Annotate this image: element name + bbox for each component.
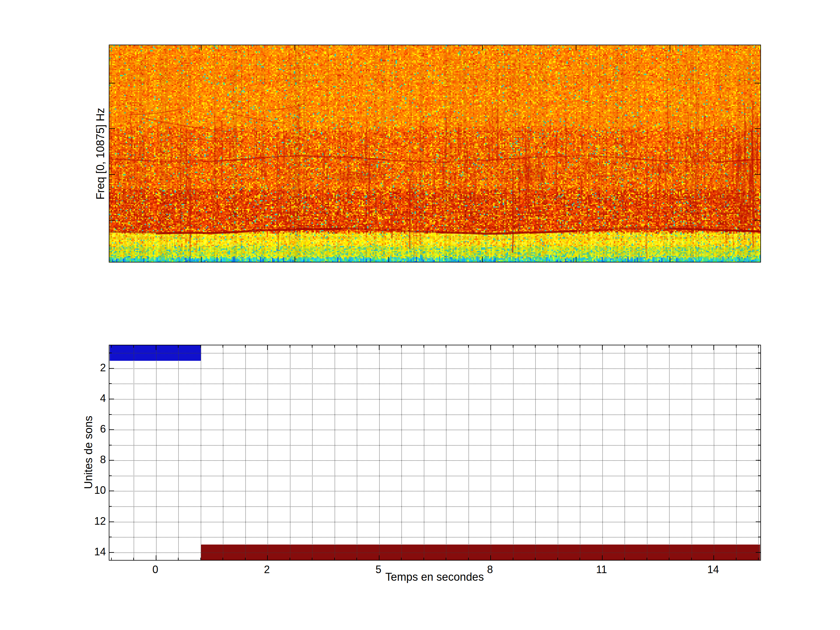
- spec-y-tick-mark: [109, 128, 115, 129]
- grid-line-vertical: [714, 345, 714, 560]
- grid-line-vertical: [267, 345, 268, 560]
- y-tick-label: 14: [80, 546, 106, 558]
- grid-line-vertical: [424, 345, 425, 560]
- grid-line-vertical: [692, 345, 692, 560]
- x-tick-label: 2: [264, 564, 270, 576]
- grid-line-horizontal: [109, 506, 760, 507]
- grid-line-vertical: [669, 345, 669, 560]
- x-tick-mark: [133, 558, 134, 560]
- x-tick-mark: [357, 345, 357, 348]
- y-tick-mark: [758, 383, 760, 384]
- grid-line-vertical: [468, 345, 469, 560]
- x-tick-label: 8: [487, 564, 493, 576]
- x-axis-label: Temps en secondes: [385, 571, 484, 583]
- spec-x-tick-mark: [295, 45, 295, 51]
- x-tick-mark: [647, 345, 647, 348]
- grid-line-horizontal: [109, 399, 760, 399]
- x-tick-mark: [758, 558, 759, 560]
- x-tick-mark: [312, 345, 313, 348]
- spectrogram-canvas: [109, 45, 760, 262]
- y-tick-mark: [109, 460, 114, 461]
- y-tick-mark: [109, 368, 114, 369]
- x-tick-mark: [245, 345, 246, 348]
- x-tick-mark: [513, 345, 513, 348]
- x-tick-mark: [691, 345, 692, 348]
- y-tick-mark: [109, 383, 112, 384]
- x-tick-mark: [223, 345, 223, 348]
- y-tick-mark: [109, 552, 114, 553]
- y-tick-label: 12: [80, 515, 106, 527]
- x-tick-mark: [758, 345, 759, 348]
- grid-line-vertical: [201, 345, 201, 560]
- spec-x-tick-mark: [576, 45, 576, 51]
- activity-plot: [109, 345, 761, 561]
- grid-line-vertical: [379, 345, 380, 560]
- grid-line-vertical: [223, 345, 223, 560]
- x-tick-mark: [602, 555, 603, 560]
- y-tick-mark: [756, 368, 760, 369]
- spectrogram-plot: [109, 45, 761, 262]
- x-tick-mark: [669, 558, 669, 560]
- spec-y-tick-mark: [109, 220, 115, 221]
- grid-line-horizontal: [109, 429, 760, 430]
- grid-line-horizontal: [109, 460, 760, 461]
- grid-line-vertical: [535, 345, 536, 560]
- y-tick-mark: [758, 506, 760, 507]
- x-tick-mark: [579, 345, 580, 348]
- y-tick-mark: [109, 399, 114, 399]
- x-tick-mark: [736, 345, 736, 348]
- y-tick-mark: [756, 460, 760, 461]
- grid-line-vertical: [736, 345, 737, 560]
- x-tick-mark: [178, 345, 178, 348]
- spec-x-tick-mark: [669, 257, 670, 262]
- x-tick-mark: [156, 555, 156, 560]
- x-tick-mark: [579, 558, 580, 560]
- y-tick-mark: [756, 491, 760, 491]
- x-tick-mark: [111, 558, 112, 560]
- x-tick-mark: [714, 345, 714, 350]
- y-tick-mark: [109, 445, 112, 445]
- grid-line-vertical: [134, 345, 134, 560]
- x-tick-mark: [290, 558, 290, 560]
- x-tick-mark: [557, 558, 558, 560]
- grid-line-vertical: [178, 345, 179, 560]
- grid-line-vertical: [602, 345, 603, 560]
- grid-line-horizontal: [109, 491, 760, 491]
- spec-x-tick-mark: [669, 45, 670, 51]
- x-tick-mark: [245, 558, 246, 560]
- x-tick-label: 11: [596, 564, 607, 576]
- grid-line-vertical: [335, 345, 335, 560]
- x-tick-mark: [468, 345, 469, 348]
- spec-y-tick-mark: [755, 220, 760, 221]
- grid-line-vertical: [758, 345, 759, 560]
- x-tick-mark: [156, 345, 156, 350]
- freq-axis-label: Freq [0, 10875] Hz: [94, 108, 107, 200]
- x-tick-mark: [624, 345, 625, 348]
- x-tick-mark: [535, 345, 535, 348]
- y-axis-label: Unites de sons: [82, 415, 95, 489]
- x-tick-mark: [602, 345, 603, 350]
- x-tick-mark: [201, 345, 201, 348]
- y-tick-mark: [756, 429, 760, 430]
- grid-line-vertical: [401, 345, 402, 560]
- grid-line-horizontal: [109, 384, 760, 384]
- x-tick-mark: [423, 558, 424, 560]
- x-tick-label: 0: [152, 564, 158, 576]
- y-tick-mark: [758, 353, 760, 353]
- spec-x-tick-mark: [482, 45, 483, 51]
- figure: Freq [0, 10875] Hz 025811142468101214 Un…: [0, 0, 840, 630]
- grid-line-vertical: [624, 345, 625, 560]
- y-tick-label: 2: [80, 362, 106, 374]
- spec-y-tick-mark: [109, 83, 115, 84]
- x-tick-mark: [267, 345, 268, 350]
- x-tick-mark: [312, 558, 313, 560]
- x-tick-mark: [401, 345, 402, 348]
- x-tick-mark: [490, 555, 491, 560]
- y-tick-mark: [109, 353, 112, 353]
- grid-line-vertical: [513, 345, 514, 560]
- spec-y-tick-mark: [755, 128, 760, 129]
- y-tick-mark: [109, 521, 114, 522]
- grid-line-vertical: [357, 345, 357, 560]
- grid-line-horizontal: [109, 553, 760, 553]
- y-tick-mark: [109, 506, 112, 507]
